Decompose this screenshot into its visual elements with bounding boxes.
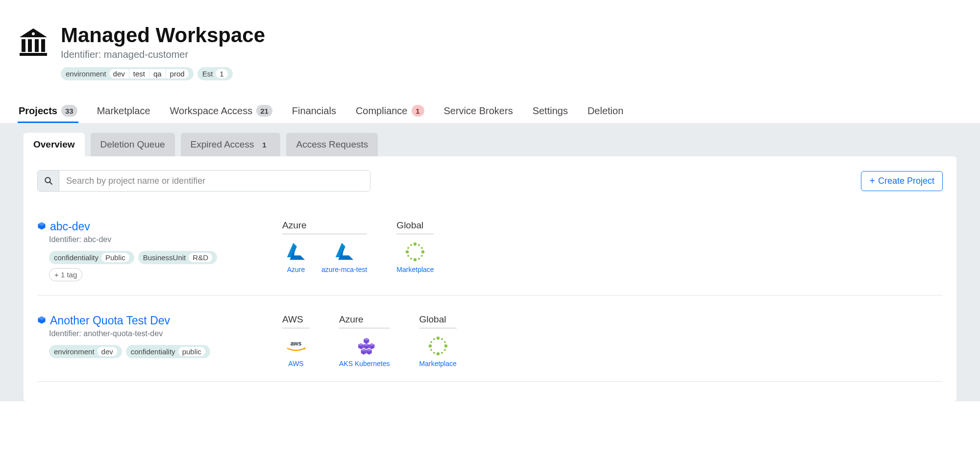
- svg-point-20: [408, 255, 410, 257]
- sub-tab-deletion-queue[interactable]: Deletion Queue: [91, 133, 175, 156]
- project-tag: confidentialityPublic: [49, 251, 134, 264]
- nav-tab-projects[interactable]: Projects33: [18, 100, 78, 123]
- nav-tab-compliance[interactable]: Compliance1: [355, 100, 425, 123]
- nav-tab-label: Projects: [19, 105, 57, 117]
- cube-icon: [37, 314, 46, 327]
- svg-point-58: [436, 337, 439, 340]
- platform-item-aks-kubernetes[interactable]: AKS Kubernetes: [339, 335, 390, 368]
- project-tag: environmentdev: [49, 345, 122, 358]
- nav-tab-label: Workspace Access: [170, 105, 253, 117]
- nav-tab-label: Compliance: [356, 105, 408, 117]
- nav-tab-workspace-access[interactable]: Workspace Access21: [169, 100, 273, 123]
- platform-group-header: Azure: [339, 314, 390, 328]
- svg-point-7: [45, 177, 50, 183]
- svg-rect-4: [35, 39, 39, 52]
- marketplace-icon: [426, 335, 450, 357]
- project-identifier: Identifier: another-quota-test-dev: [49, 329, 253, 338]
- svg-rect-3: [28, 39, 32, 52]
- svg-point-55: [428, 344, 431, 347]
- svg-point-52: [436, 352, 439, 355]
- project-tags: confidentialityPublicBusinessUnitR&D+ 1 …: [49, 251, 253, 281]
- platform-item-label: Marketplace: [419, 360, 457, 368]
- svg-point-15: [421, 250, 424, 253]
- azure-icon: [333, 241, 356, 263]
- sub-nav: OverviewDeletion QueueExpired Access1Acc…: [0, 123, 980, 156]
- tag-key: Est: [202, 70, 213, 78]
- platform-item-label: Azure: [287, 266, 305, 273]
- svg-point-17: [418, 258, 420, 260]
- platform-item-label: azure-mca-test: [321, 266, 367, 273]
- platform-item-azure-mca-test[interactable]: azure-mca-test: [321, 241, 367, 273]
- project-row: abc-devIdentifier: abc-devconfidentialit…: [37, 216, 943, 295]
- aws-icon: aws: [284, 335, 308, 357]
- create-project-label: Create Project: [878, 176, 934, 186]
- platform-group-azure: AzureAKS Kubernetes: [339, 314, 390, 368]
- tag-value: public: [178, 347, 205, 356]
- project-link[interactable]: abc-dev: [37, 220, 253, 233]
- platform-item-azure[interactable]: Azure: [282, 241, 310, 273]
- nav-tab-badge: 33: [61, 105, 77, 117]
- nav-tab-marketplace[interactable]: Marketplace: [96, 100, 151, 123]
- platform-item-aws[interactable]: awsAWS: [282, 335, 310, 368]
- nav-tab-financials[interactable]: Financials: [291, 100, 337, 123]
- nav-tab-settings[interactable]: Settings: [532, 100, 569, 123]
- sub-tab-access-requests[interactable]: Access Requests: [286, 133, 378, 156]
- project-link[interactable]: Another Quota Test Dev: [37, 314, 253, 327]
- tag-value: dev: [98, 347, 117, 356]
- nav-tab-service-brokers[interactable]: Service Brokers: [443, 100, 514, 123]
- sub-tab-label: Deletion Queue: [100, 139, 165, 150]
- nav-tab-label: Marketplace: [97, 105, 150, 117]
- platform-item-marketplace[interactable]: Marketplace: [419, 335, 457, 368]
- nav-tab-badge: 1: [412, 105, 424, 117]
- platform-group-aws: AWSawsAWS: [282, 314, 310, 368]
- nav-tab-label: Deletion: [588, 105, 623, 117]
- sub-tab-expired-access[interactable]: Expired Access1: [181, 133, 281, 156]
- sub-tab-overview[interactable]: Overview: [24, 133, 85, 156]
- search-icon: [38, 171, 59, 191]
- workspace-header: Managed Workspace Identifier: managed-cu…: [0, 0, 980, 90]
- svg-point-53: [433, 352, 435, 354]
- project-row: Another Quota Test DevIdentifier: anothe…: [37, 310, 943, 382]
- platform-group-header: Global: [396, 220, 434, 234]
- sub-tab-label: Overview: [33, 139, 75, 150]
- svg-rect-6: [20, 53, 47, 56]
- platform-item-label: AWS: [288, 360, 303, 368]
- platform-item-marketplace[interactable]: Marketplace: [396, 241, 434, 273]
- platform-group-azure: AzureAzureazure-mca-test: [282, 220, 367, 273]
- nav-tab-badge: 21: [256, 105, 272, 117]
- search-input[interactable]: [59, 171, 370, 191]
- svg-point-19: [410, 258, 412, 260]
- tag-value: R&D: [189, 253, 212, 262]
- platform-group-global: GlobalMarketplace: [419, 314, 457, 368]
- svg-point-25: [418, 244, 420, 246]
- svg-point-54: [430, 349, 432, 351]
- nav-tab-deletion[interactable]: Deletion: [587, 100, 624, 123]
- svg-point-18: [414, 258, 416, 261]
- workspace-identifier: Identifier: managed-customer: [61, 49, 265, 60]
- svg-point-1: [32, 32, 35, 35]
- svg-point-22: [408, 247, 410, 249]
- svg-point-50: [444, 349, 446, 351]
- aks-icon: [353, 335, 376, 357]
- project-tags: environmentdevconfidentialitypublic: [49, 345, 253, 358]
- tag-value: prod: [166, 69, 189, 78]
- workspace-tag: environmentdevtestqaprod: [61, 67, 194, 80]
- tag-key: BusinessUnit: [143, 253, 186, 262]
- more-tags-pill[interactable]: + 1 tag: [49, 268, 82, 281]
- svg-point-21: [406, 250, 409, 253]
- platform-group-header: Azure: [282, 220, 367, 234]
- svg-line-8: [49, 182, 52, 184]
- main-nav: Projects33MarketplaceWorkspace Access21F…: [0, 100, 980, 123]
- svg-point-59: [441, 338, 443, 340]
- create-project-button[interactable]: + Create Project: [861, 171, 943, 191]
- svg-point-60: [444, 341, 446, 343]
- cube-icon: [37, 220, 46, 233]
- svg-marker-30: [304, 347, 307, 350]
- tag-value: Public: [101, 253, 129, 262]
- tag-value: qa: [149, 69, 166, 78]
- svg-rect-2: [22, 39, 25, 52]
- svg-point-51: [441, 352, 443, 354]
- tag-key: confidentiality: [54, 253, 98, 262]
- platform-item-label: AKS Kubernetes: [339, 360, 390, 368]
- sub-tab-label: Expired Access: [191, 139, 254, 150]
